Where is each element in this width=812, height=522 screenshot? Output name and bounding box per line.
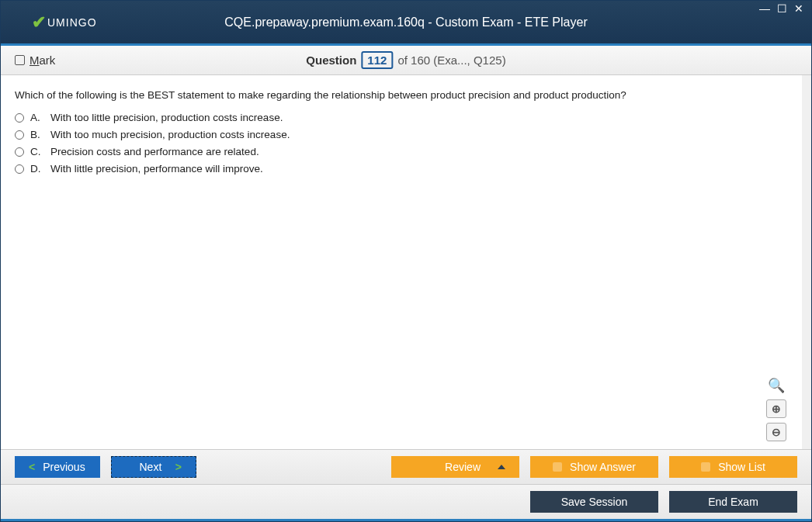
next-label: Next — [140, 461, 162, 473]
radio-c[interactable] — [15, 147, 24, 157]
option-letter: A. — [30, 112, 44, 123]
options-list: A. With too little precision, production… — [15, 112, 788, 175]
radio-a[interactable] — [15, 113, 24, 123]
option-c[interactable]: C. Precision costs and performance are r… — [15, 146, 788, 157]
list-icon — [701, 462, 710, 472]
mark-label[interactable]: Mark — [29, 54, 55, 67]
minimize-icon[interactable]: — — [758, 2, 771, 15]
option-text: Precision costs and performance are rela… — [50, 146, 259, 157]
question-text: Which of the following is the BEST state… — [15, 89, 788, 101]
title-bar: ✔ UMINGO CQE.prepaway.premium.exam.160q … — [1, 1, 811, 46]
option-a[interactable]: A. With too little precision, production… — [15, 112, 788, 123]
review-label: Review — [445, 461, 481, 473]
show-answer-button[interactable]: Show Answer — [530, 456, 658, 478]
search-icon[interactable]: 🔍 — [766, 376, 786, 395]
option-letter: B. — [30, 129, 44, 140]
show-answer-label: Show Answer — [570, 461, 636, 473]
window-title: CQE.prepaway.premium.exam.160q - Custom … — [224, 16, 587, 29]
option-d[interactable]: D. With little precision, performance wi… — [15, 163, 788, 175]
previous-button[interactable]: < Previous — [15, 456, 100, 478]
save-session-button[interactable]: Save Session — [530, 491, 658, 513]
option-letter: C. — [30, 146, 44, 157]
app-logo: ✔ UMINGO — [32, 12, 97, 33]
question-of-text: of 160 (Exa..., Q125) — [397, 54, 505, 67]
previous-label: Previous — [43, 461, 85, 473]
option-text: With too much precision, production cost… — [50, 129, 290, 140]
chevron-up-icon — [498, 465, 505, 469]
option-b[interactable]: B. With too much precision, production c… — [15, 129, 788, 140]
show-list-button[interactable]: Show List — [669, 456, 797, 478]
end-exam-button[interactable]: End Exam — [669, 491, 797, 513]
save-session-label: Save Session — [561, 496, 628, 508]
bottom-bar: Save Session End Exam — [1, 484, 811, 521]
chevron-left-icon: < — [29, 461, 35, 473]
question-number: 112 — [361, 51, 393, 69]
question-bar: Mark Question 112 of 160 (Exa..., Q125) — [1, 46, 811, 75]
question-label: Question — [306, 54, 356, 67]
option-letter: D. — [30, 163, 44, 175]
show-list-label: Show List — [718, 461, 765, 473]
option-text: With too little precision, production co… — [50, 112, 283, 123]
navigation-bar: < Previous Next > Review Show Answer Sho… — [1, 449, 811, 484]
end-exam-label: End Exam — [708, 496, 758, 508]
radio-d[interactable] — [15, 164, 24, 174]
review-button[interactable]: Review — [391, 456, 519, 478]
maximize-icon[interactable]: ☐ — [776, 2, 788, 15]
close-icon[interactable]: ✕ — [793, 2, 805, 15]
question-content: Which of the following is the BEST state… — [1, 75, 811, 449]
radio-b[interactable] — [15, 130, 24, 140]
next-button[interactable]: Next > — [111, 456, 196, 478]
chevron-right-icon: > — [175, 461, 182, 473]
zoom-in-button[interactable]: ⊕ — [766, 399, 786, 418]
bookmark-icon — [553, 462, 562, 472]
mark-checkbox[interactable] — [15, 55, 25, 65]
logo-checkmark-icon: ✔ — [32, 12, 46, 33]
zoom-out-button[interactable]: ⊖ — [766, 423, 786, 441]
logo-text: UMINGO — [47, 16, 97, 29]
option-text: With little precision, performance will … — [50, 163, 263, 175]
